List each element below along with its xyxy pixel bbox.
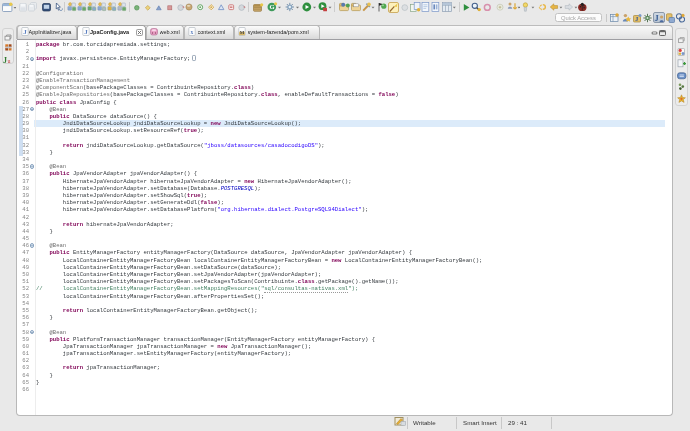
svg-text:J: J xyxy=(84,28,88,36)
svg-text:J: J xyxy=(655,13,660,23)
svg-text:G: G xyxy=(270,3,275,10)
svg-text:x: x xyxy=(190,29,193,35)
svg-text:J: J xyxy=(23,28,27,36)
svg-text:J: J xyxy=(3,55,7,64)
svg-text:s: s xyxy=(244,3,246,8)
svg-text:J: J xyxy=(635,16,638,22)
svg-text:M: M xyxy=(240,30,245,35)
svg-text:u: u xyxy=(8,57,11,63)
